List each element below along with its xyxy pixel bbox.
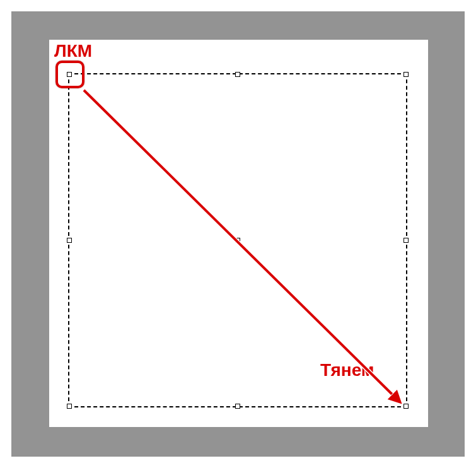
handle-top-right[interactable] [403,72,409,77]
handle-bottom-left[interactable] [67,404,72,409]
handle-middle-left[interactable] [67,238,72,243]
lmb-highlight-box [55,61,84,88]
selection-marquee[interactable] [68,73,407,407]
lmb-label: ЛКМ [54,41,92,61]
handle-center[interactable] [235,238,240,243]
handle-bottom-right[interactable] [403,404,409,409]
drag-label: Тянем [320,360,374,380]
handle-bottom-center[interactable] [235,404,240,409]
handle-top-center[interactable] [235,72,240,77]
window-frame: ЛКМ Тянем [11,11,465,457]
canvas-area[interactable]: ЛКМ Тянем [49,40,428,427]
handle-middle-right[interactable] [403,238,409,243]
